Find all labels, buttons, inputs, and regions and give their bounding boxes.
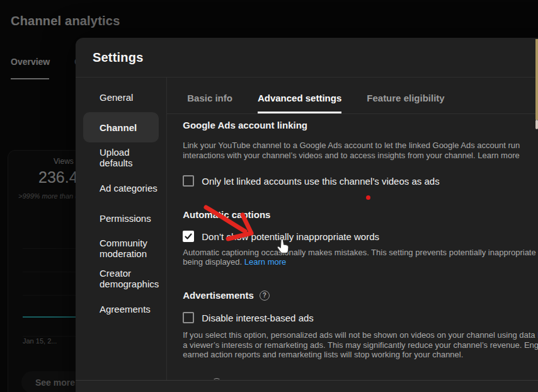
sidebar-item-upload-defaults[interactable]: Upload defaults bbox=[83, 142, 159, 173]
captions-description-line1: Automatic captioning occasionally makes … bbox=[183, 248, 538, 257]
linked-accounts-option[interactable]: Only let linked accounts use this channe… bbox=[183, 175, 538, 187]
tab-feature-eligibility[interactable]: Feature eligibility bbox=[367, 93, 444, 113]
tab-basic-info[interactable]: Basic info bbox=[187, 93, 232, 113]
help-icon[interactable]: ? bbox=[260, 291, 270, 301]
linked-accounts-label: Only let linked accounts use this channe… bbox=[202, 176, 439, 187]
sidebar-item-creator-demographics[interactable]: Creator demographics bbox=[83, 263, 159, 294]
advertisements-heading: Advertisements ? bbox=[183, 290, 538, 301]
settings-content: Basic info Advanced settings Feature eli… bbox=[166, 78, 538, 380]
clips-heading: Clips ? bbox=[183, 378, 538, 380]
scrollbar-glow bbox=[535, 120, 538, 129]
learn-more-link[interactable]: Learn more bbox=[244, 257, 286, 267]
scrollbar-thumb[interactable] bbox=[535, 39, 538, 120]
google-ads-heading: Google Ads account linking bbox=[183, 120, 538, 130]
dialog-title: Settings bbox=[93, 50, 144, 65]
sidebar-item-agreements[interactable]: Agreements bbox=[83, 294, 159, 324]
help-icon[interactable]: ? bbox=[212, 378, 222, 379]
red-dot-annotation bbox=[366, 195, 370, 200]
interest-based-ads-option[interactable]: Disable interest-based ads bbox=[183, 312, 538, 323]
interest-based-ads-label: Disable interest-based ads bbox=[202, 313, 314, 323]
sidebar-item-permissions[interactable]: Permissions bbox=[83, 203, 159, 233]
advanced-settings-panel[interactable]: Google Ads account linking Link your You… bbox=[167, 114, 538, 379]
inappropriate-words-label: Don’t show potentially inappropriate wor… bbox=[202, 231, 379, 242]
sidebar-item-ad-categories[interactable]: Ad categories bbox=[83, 173, 159, 203]
google-ads-description: Link your YouTube channel to a Google Ad… bbox=[183, 141, 538, 160]
settings-sidebar: General Channel Upload defaults Ad categ… bbox=[76, 78, 166, 380]
linked-accounts-checkbox[interactable] bbox=[183, 175, 194, 187]
interest-based-ads-description: If you select this option, personalized … bbox=[183, 330, 538, 360]
interest-based-ads-checkbox[interactable] bbox=[183, 312, 194, 323]
channel-settings-tabs: Basic info Advanced settings Feature eli… bbox=[167, 78, 538, 114]
inappropriate-words-option[interactable]: Don’t show potentially inappropriate wor… bbox=[183, 231, 538, 242]
dialog-footer bbox=[76, 380, 538, 392]
check-icon bbox=[184, 232, 193, 241]
automatic-captions-heading: Automatic captions bbox=[183, 209, 538, 220]
sidebar-item-community-moderation[interactable]: Community moderation bbox=[83, 233, 159, 263]
captions-description-line2: being displayed. bbox=[183, 257, 244, 267]
dialog-header: Settings bbox=[76, 38, 538, 78]
settings-dialog: Settings General Channel Upload defaults… bbox=[76, 38, 538, 392]
inappropriate-words-checkbox[interactable] bbox=[183, 231, 194, 242]
sidebar-item-channel[interactable]: Channel bbox=[83, 112, 159, 142]
captions-description: Automatic captioning occasionally makes … bbox=[183, 248, 538, 267]
tab-advanced-settings[interactable]: Advanced settings bbox=[258, 93, 341, 113]
sidebar-item-general[interactable]: General bbox=[83, 82, 159, 112]
